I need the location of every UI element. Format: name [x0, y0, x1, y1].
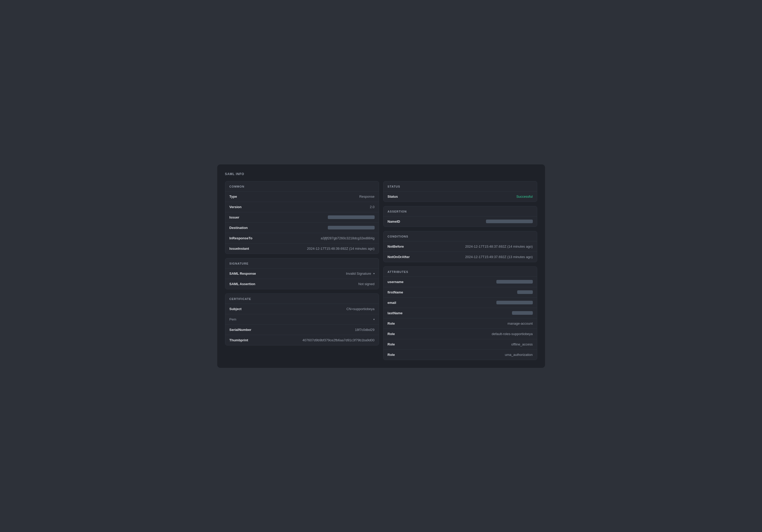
conditions-title: CONDITIONS: [388, 235, 409, 238]
left-column: COMMON Type Response Version 2.0 Issuer: [225, 181, 379, 360]
notonorafter-label: NotOnOrAfter: [388, 255, 410, 259]
signature-title: SIGNATURE: [229, 262, 249, 265]
assertion-header: ASSERTION: [383, 206, 537, 216]
role-value-1: manage-account: [507, 322, 533, 326]
role-manage-account-row: Role manage-account: [383, 318, 537, 329]
email-row: email: [383, 298, 537, 308]
destination-row: Destination: [225, 223, 379, 233]
email-value: [496, 301, 533, 304]
role-label-3: Role: [388, 342, 395, 346]
saml-assertion-label: SAML Assertion: [229, 282, 256, 286]
pem-row[interactable]: Pem ▾: [225, 314, 379, 325]
inresponseto-row: InResponseTo a3jfjf287gb7260c3218dcg32ed…: [225, 233, 379, 244]
thumbprint-label: Thumbprint: [229, 338, 248, 342]
lastname-label: lastName: [388, 311, 403, 315]
role-label-4: Role: [388, 353, 395, 357]
thumbprint-row: Thumbprint 407607d9b9bf379ce2fb6aa7d91c3…: [225, 335, 379, 345]
destination-value: [328, 226, 375, 229]
signature-header: SIGNATURE: [225, 258, 379, 268]
issueinstant-row: IssueInstant 2024-12-17T15:48:39.692Z (1…: [225, 244, 379, 254]
attributes-card: ATTRIBUTES username firstName email: [383, 266, 537, 360]
version-label: Version: [229, 205, 242, 209]
version-row: Version 2.0: [225, 202, 379, 212]
nameid-value: [486, 220, 533, 223]
notonorafter-value: 2024-12-17T15:49:37.692Z (13 minutes ago…: [465, 255, 533, 259]
subject-row: Subject CN=supportiobeya: [225, 304, 379, 314]
issuer-value: [328, 215, 375, 219]
status-card: STATUS Status Successful: [383, 181, 537, 202]
two-col-layout: COMMON Type Response Version 2.0 Issuer: [225, 181, 537, 360]
right-column: STATUS Status Successful ASSERTION NameI…: [383, 181, 537, 360]
conditions-card: CONDITIONS NotBefore 2024-12-17T15:48:37…: [383, 231, 537, 262]
role-default-roles-row: Role default-roles-supportiobeya: [383, 329, 537, 339]
role-label-1: Role: [388, 322, 395, 326]
attributes-header: ATTRIBUTES: [383, 266, 537, 277]
chevron-down-icon: ▾: [373, 318, 375, 321]
saml-response-label: SAML Response: [229, 271, 256, 275]
role-uma-authorization-row: Role uma_authorization: [383, 350, 537, 360]
status-header: STATUS: [383, 181, 537, 191]
subject-value: CN=supportiobeya: [346, 307, 374, 311]
lastname-value: [512, 311, 533, 315]
type-label: Type: [229, 194, 237, 198]
nameid-label: NameID: [388, 220, 400, 223]
assertion-title: ASSERTION: [388, 210, 407, 213]
lastname-row: lastName: [383, 308, 537, 318]
role-label-2: Role: [388, 332, 395, 336]
status-row: Status Successful: [383, 191, 537, 201]
firstname-value: [517, 290, 533, 294]
type-value: Response: [359, 194, 375, 198]
main-container: SAML INFO COMMON Type Response Version 2…: [217, 164, 545, 368]
conditions-header: CONDITIONS: [383, 231, 537, 241]
notonorafter-row: NotOnOrAfter 2024-12-17T15:49:37.692Z (1…: [383, 252, 537, 262]
issueinstant-label: IssueInstant: [229, 247, 249, 251]
saml-response-row: SAML Response Invalid Signature ▾: [225, 268, 379, 279]
email-label: email: [388, 301, 396, 305]
username-value: [496, 280, 533, 283]
chevron-down-icon: ▾: [373, 272, 375, 275]
thumbprint-value: 407607d9b9bf379ce2fb6aa7d91c3f79b1ba9d00: [303, 338, 375, 342]
page-title: SAML INFO: [225, 172, 537, 176]
role-value-4: uma_authorization: [505, 353, 533, 357]
inresponseto-label: InResponseTo: [229, 236, 253, 240]
certificate-title: CERTIFICATE: [229, 297, 251, 300]
role-offline-access-row: Role offline_access: [383, 339, 537, 350]
common-title: COMMON: [229, 185, 245, 188]
common-card: COMMON Type Response Version 2.0 Issuer: [225, 181, 379, 254]
certificate-header: CERTIFICATE: [225, 294, 379, 304]
pem-dropdown[interactable]: ▾: [373, 318, 375, 321]
username-label: username: [388, 280, 404, 284]
assertion-card: ASSERTION NameID: [383, 206, 537, 227]
firstname-row: firstName: [383, 287, 537, 298]
attributes-title: ATTRIBUTES: [388, 270, 409, 273]
firstname-label: firstName: [388, 290, 403, 294]
issueinstant-value: 2024-12-17T15:48:39.692Z (14 minutes ago…: [307, 247, 374, 251]
role-value-3: offline_access: [511, 342, 533, 346]
notbefore-row: NotBefore 2024-12-17T15:48:37.692Z (14 m…: [383, 241, 537, 252]
version-value: 2.0: [370, 205, 374, 209]
common-header: COMMON: [225, 181, 379, 191]
issuer-label: Issuer: [229, 215, 239, 219]
status-label: Status: [388, 194, 398, 198]
status-title: STATUS: [388, 185, 400, 188]
issuer-row: Issuer: [225, 212, 379, 223]
signature-card: SIGNATURE SAML Response Invalid Signatur…: [225, 258, 379, 289]
pem-label: Pem: [229, 317, 237, 321]
inresponseto-value: a3jfjf287gb7260c3218dcg32ed884g: [321, 236, 375, 240]
saml-response-value[interactable]: Invalid Signature ▾: [346, 271, 375, 275]
saml-assertion-value: Not signed: [358, 282, 374, 286]
type-row: Type Response: [225, 191, 379, 202]
nameid-row: NameID: [383, 216, 537, 227]
subject-label: Subject: [229, 307, 242, 311]
role-value-2: default-roles-supportiobeya: [492, 332, 533, 336]
serialnumber-label: SerialNumber: [229, 328, 252, 332]
notbefore-label: NotBefore: [388, 245, 404, 249]
serialnumber-value: 18f7c0dbd29: [355, 328, 374, 332]
serialnumber-row: SerialNumber 18f7c0dbd29: [225, 325, 379, 335]
notbefore-value: 2024-12-17T15:48:37.692Z (14 minutes ago…: [465, 245, 533, 249]
username-row: username: [383, 277, 537, 287]
destination-label: Destination: [229, 226, 248, 230]
saml-assertion-row: SAML Assertion Not signed: [225, 279, 379, 289]
status-value: Successful: [516, 194, 533, 198]
certificate-card: CERTIFICATE Subject CN=supportiobeya Pem…: [225, 293, 379, 345]
